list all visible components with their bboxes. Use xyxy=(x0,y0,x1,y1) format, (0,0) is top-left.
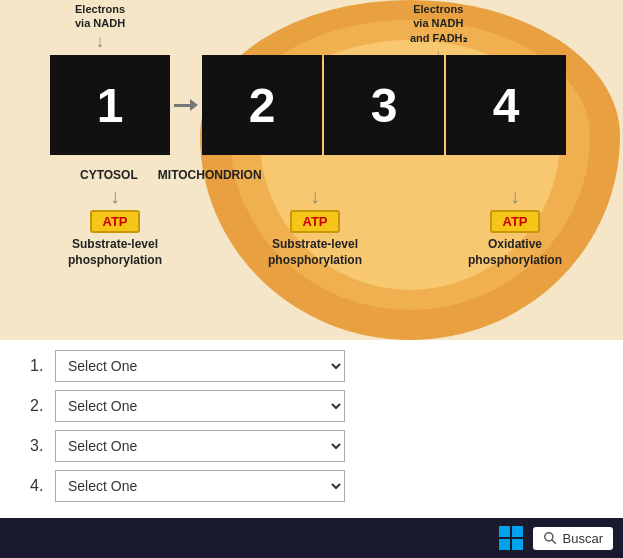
region-labels: CYTOSOL MITOCHONDRION xyxy=(50,168,262,182)
svg-line-1 xyxy=(552,540,556,544)
atp-item-3: ↓ ATP Oxidativephosphorylation xyxy=(450,185,580,268)
atp-label-3: Oxidativephosphorylation xyxy=(468,237,562,268)
dropdown-number-3: 3. xyxy=(30,437,55,455)
connector-1-2 xyxy=(174,99,198,111)
box-2: 2 xyxy=(202,55,322,155)
dropdown-select-1[interactable]: Select One xyxy=(55,350,345,382)
mito-label: MITOCHONDRION xyxy=(158,168,262,182)
box-1: 1 xyxy=(50,55,170,155)
atp-label-2: Substrate-levelphosphorylation xyxy=(268,237,362,268)
dropdown-row-3: 3. Select One xyxy=(30,430,593,462)
dropdown-number-4: 4. xyxy=(30,477,55,495)
cytosol-label: CYTOSOL xyxy=(80,168,138,182)
windows-icon[interactable] xyxy=(499,526,523,550)
atp-badge-2: ATP xyxy=(290,210,339,233)
win-quad-tl xyxy=(499,526,510,537)
svg-point-0 xyxy=(544,533,552,541)
box-4: 4 xyxy=(446,55,566,155)
atp-item-2: ↓ ATP Substrate-levelphosphorylation xyxy=(245,185,385,268)
atp-label-1: Substrate-levelphosphorylation xyxy=(68,237,162,268)
dropdown-number-2: 2. xyxy=(30,397,55,415)
diagram-area: Electronsvia NADH ↓ Electronsvia NADHand… xyxy=(0,0,623,340)
win-quad-tr xyxy=(512,526,523,537)
atp-badge-3: ATP xyxy=(490,210,539,233)
dropdown-row-2: 2. Select One xyxy=(30,390,593,422)
dropdown-row-4: 4. Select One xyxy=(30,470,593,502)
search-icon xyxy=(543,531,557,545)
electron-label-nadh: Electronsvia NADH ↓ xyxy=(75,2,125,52)
search-label: Buscar xyxy=(563,531,603,546)
dropdown-number-1: 1. xyxy=(30,357,55,375)
atp-row: ↓ ATP Substrate-levelphosphorylation ↓ A… xyxy=(50,185,580,268)
numbered-boxes-row: 1 2 3 4 xyxy=(50,55,566,155)
dropdown-select-4[interactable]: Select One xyxy=(55,470,345,502)
box-3: 3 xyxy=(324,55,444,155)
win-quad-br xyxy=(512,539,523,550)
taskbar: Buscar xyxy=(0,518,623,558)
taskbar-search[interactable]: Buscar xyxy=(533,527,613,550)
dropdown-row-1: 1. Select One xyxy=(30,350,593,382)
atp-item-1: ↓ ATP Substrate-levelphosphorylation xyxy=(50,185,180,268)
win-quad-bl xyxy=(499,539,510,550)
dropdown-select-2[interactable]: Select One xyxy=(55,390,345,422)
dropdown-select-3[interactable]: Select One xyxy=(55,430,345,462)
atp-badge-1: ATP xyxy=(90,210,139,233)
